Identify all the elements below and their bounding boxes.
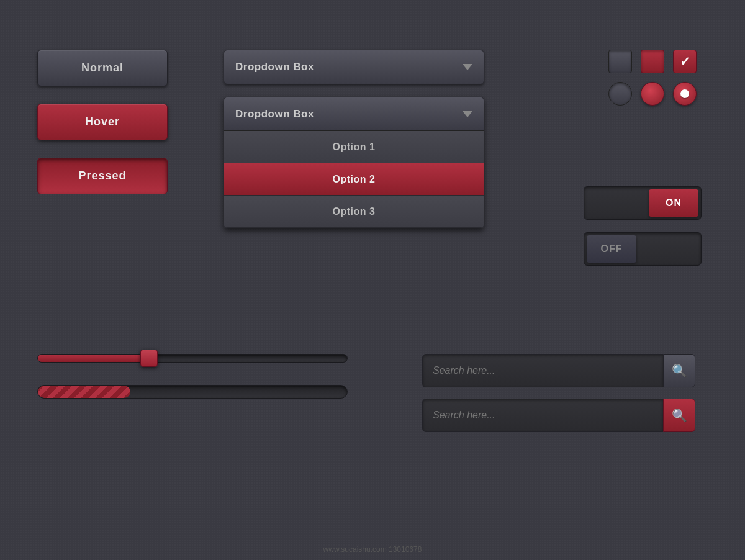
dropdown-open-arrow-icon	[463, 111, 472, 117]
checkbox-red[interactable]	[641, 50, 664, 73]
search-button-1[interactable]: 🔍	[663, 354, 695, 387]
slider-fill	[38, 355, 155, 362]
toggle-on-knob: ON	[649, 189, 698, 217]
dropdown-closed-label: Dropdown Box	[235, 61, 314, 73]
progress-fill	[38, 386, 130, 398]
slider-thumb[interactable]	[140, 350, 158, 367]
dropdown-closed[interactable]: Dropdown Box	[224, 50, 484, 84]
hover-button[interactable]: Hover	[37, 104, 168, 140]
dropdown-header[interactable]: Dropdown Box	[224, 97, 484, 131]
radio-selected[interactable]	[673, 82, 697, 106]
dropdown-open: Dropdown Box Option 1 Option 2 Option 3	[224, 97, 484, 228]
radio-row	[608, 82, 708, 106]
checkmark-icon: ✓	[680, 54, 690, 69]
search-box-2: 🔍	[422, 399, 695, 432]
watermark: www.sucaishu.com 13010678	[323, 545, 422, 554]
radio-red[interactable]	[641, 82, 664, 106]
radio-inner-dot	[680, 89, 689, 98]
radio-unchecked[interactable]	[608, 82, 632, 106]
dropdown-option-2[interactable]: Option 2	[224, 163, 484, 196]
checkbox-unchecked[interactable]	[608, 50, 632, 73]
search-input-2[interactable]	[422, 399, 663, 432]
search-button-2[interactable]: 🔍	[663, 399, 695, 432]
normal-button[interactable]: Normal	[37, 50, 168, 86]
checkbox-checked[interactable]: ✓	[673, 50, 697, 73]
dropdown-option-1[interactable]: Option 1	[224, 131, 484, 163]
search-box-1: 🔍	[422, 354, 695, 387]
pressed-button[interactable]: Pressed	[37, 158, 168, 194]
dropdown-option-3[interactable]: Option 3	[224, 196, 484, 228]
search-icon-1: 🔍	[672, 363, 687, 378]
toggle-off[interactable]: OFF	[584, 232, 702, 266]
checkbox-row: ✓	[608, 50, 708, 73]
search-icon-2: 🔍	[672, 408, 687, 423]
slider-track[interactable]	[37, 354, 348, 363]
dropdown-arrow-icon	[463, 64, 472, 70]
toggle-off-knob: OFF	[587, 235, 636, 263]
search-input-1[interactable]	[422, 354, 663, 387]
toggle-on[interactable]: ON	[584, 186, 702, 220]
progress-bar	[37, 385, 348, 399]
dropdown-open-label: Dropdown Box	[235, 108, 314, 120]
